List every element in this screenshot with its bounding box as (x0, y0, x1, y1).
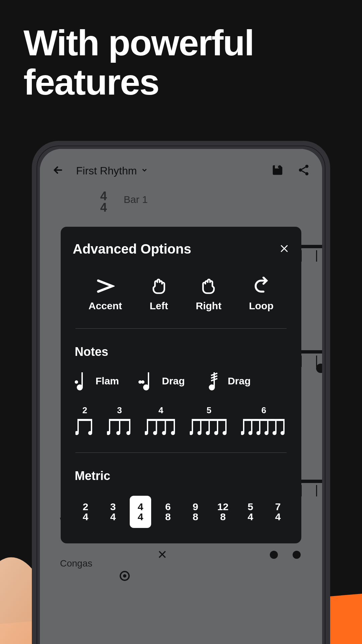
svg-point-25 (171, 431, 175, 435)
metric-row: 24344468981285474 (73, 496, 289, 528)
svg-point-47 (273, 431, 277, 435)
svg-rect-31 (208, 419, 210, 432)
drag1-label: Drag (162, 375, 185, 387)
divider (75, 328, 287, 329)
subdivision-4[interactable]: 4 (145, 405, 177, 436)
metric-bottom: 8 (220, 512, 226, 522)
subdivision-5[interactable]: 5 (190, 405, 229, 436)
svg-rect-35 (225, 419, 227, 432)
note-drag-1[interactable]: Drag (143, 372, 185, 390)
metric-top: 9 (193, 502, 198, 512)
note-types-row: Flam Drag Drag (73, 372, 289, 390)
svg-point-21 (153, 431, 157, 435)
svg-rect-40 (251, 419, 252, 432)
metric-6-8[interactable]: 68 (157, 496, 179, 528)
left-label: Left (150, 300, 168, 312)
beamed-notes-icon (190, 418, 229, 436)
hero-title: With powerful features (23, 23, 254, 102)
svg-rect-13 (119, 419, 120, 432)
svg-point-16 (126, 431, 130, 435)
svg-point-43 (256, 431, 260, 435)
svg-rect-33 (217, 419, 218, 432)
svg-point-41 (248, 431, 252, 435)
svg-rect-18 (147, 419, 148, 432)
note-drag-2[interactable]: Drag (209, 372, 250, 390)
metric-top: 6 (165, 502, 171, 512)
note-flam[interactable]: Flam (77, 372, 119, 390)
svg-point-34 (214, 431, 218, 435)
left-hand-button[interactable]: Left (149, 277, 168, 312)
flam-label: Flam (96, 375, 119, 387)
subdivision-number: 2 (82, 405, 87, 416)
metric-bottom: 4 (138, 512, 143, 522)
metric-bottom: 8 (193, 512, 198, 522)
metric-top: 4 (138, 502, 143, 512)
metric-bottom: 4 (248, 512, 253, 522)
subdivision-number: 6 (261, 405, 266, 416)
metric-12-8[interactable]: 128 (212, 496, 234, 528)
svg-rect-42 (259, 419, 260, 432)
right-hand-button[interactable]: Right (196, 277, 222, 312)
metric-top: 12 (217, 502, 228, 512)
svg-rect-20 (156, 419, 157, 432)
svg-rect-11 (109, 419, 110, 432)
beamed-notes-icon (75, 418, 94, 436)
svg-rect-5 (77, 419, 92, 421)
svg-point-45 (264, 431, 268, 435)
metric-top: 3 (110, 502, 116, 512)
svg-rect-8 (91, 419, 92, 432)
metric-7-4[interactable]: 74 (267, 496, 289, 528)
action-row: Accent Left Right (73, 277, 289, 328)
svg-point-9 (88, 431, 92, 435)
svg-rect-15 (129, 419, 130, 432)
subdivision-2[interactable]: 2 (75, 405, 94, 436)
modal-title: Advanced Options (73, 241, 191, 257)
beamed-notes-icon (145, 418, 177, 436)
hand-left-icon (149, 277, 168, 296)
svg-point-30 (197, 431, 201, 435)
close-icon[interactable] (279, 244, 289, 255)
hand-right-icon (199, 277, 218, 296)
subdivision-number: 5 (206, 405, 211, 416)
svg-rect-22 (165, 419, 166, 432)
hero-line-2: features (23, 63, 254, 102)
metric-4-4[interactable]: 44 (130, 496, 151, 528)
metric-top: 7 (275, 502, 281, 512)
accent-button[interactable]: Accent (88, 277, 122, 312)
svg-rect-24 (174, 419, 175, 432)
svg-rect-6 (77, 419, 79, 432)
drag2-label: Drag (228, 375, 250, 387)
svg-point-36 (223, 431, 227, 435)
metric-9-8[interactable]: 98 (185, 496, 206, 528)
accent-icon (96, 277, 115, 296)
metric-top: 5 (248, 502, 253, 512)
svg-rect-44 (267, 419, 268, 432)
metric-top: 2 (83, 502, 88, 512)
metric-3-4[interactable]: 34 (102, 496, 124, 528)
metric-2-4[interactable]: 24 (75, 496, 96, 528)
svg-point-14 (116, 431, 120, 435)
subdivision-6[interactable]: 6 (241, 405, 287, 436)
metric-5-4[interactable]: 54 (240, 496, 261, 528)
beamed-notes-icon (241, 418, 287, 436)
subdivision-3[interactable]: 3 (107, 405, 132, 436)
loop-button[interactable]: Loop (249, 277, 274, 312)
subdivision-row: 23456 (73, 405, 289, 436)
phone-screen: First Rhythm 4 4 Bar 1 (40, 149, 322, 644)
metric-section-title: Metric (73, 469, 289, 483)
phone-frame: First Rhythm 4 4 Bar 1 (32, 141, 330, 644)
subdivision-number: 4 (159, 405, 163, 416)
drag-roll-icon (209, 372, 221, 390)
accent-label: Accent (88, 300, 122, 312)
svg-rect-38 (243, 419, 244, 432)
hero-line-1: With powerful (23, 23, 254, 63)
svg-rect-37 (243, 419, 285, 421)
notes-section-title: Notes (73, 345, 289, 359)
svg-rect-48 (283, 419, 285, 432)
advanced-options-modal: Advanced Options Accent Left (61, 227, 301, 543)
beamed-notes-icon (107, 418, 132, 436)
loop-icon (252, 277, 270, 296)
svg-rect-46 (275, 419, 277, 432)
metric-bottom: 4 (83, 512, 88, 522)
svg-point-32 (206, 431, 210, 435)
